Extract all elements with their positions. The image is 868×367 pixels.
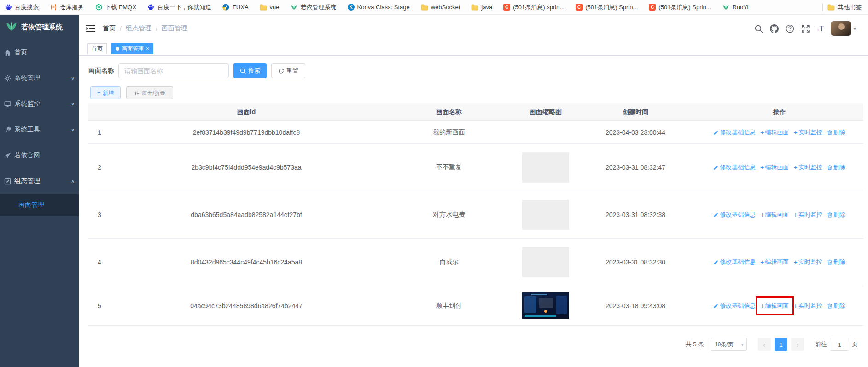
page-content: 画面名称 搜索 重置: [79, 56, 868, 367]
bookmark-baidu-search[interactable]: 百度搜索: [5, 3, 39, 11]
bookmark-ruoyi[interactable]: RuoYi: [722, 4, 748, 11]
table-row: 5 04ac94c73b24485898d6a826f74b2447 顺丰到付 …: [88, 286, 863, 326]
avatar[interactable]: [831, 21, 851, 36]
trash-icon: [827, 212, 833, 218]
realtime-monitor-link[interactable]: +实时监控: [794, 211, 822, 219]
row-actions: 修改基础信息 +编辑画面 +实时监控 删除: [695, 128, 863, 137]
page-1-button[interactable]: 1: [775, 338, 787, 351]
ruoyi-leaf-icon: [291, 4, 298, 11]
ruoyi-leaf-icon: [722, 4, 729, 11]
bookmark-vue[interactable]: vue: [260, 4, 280, 11]
edit-screen-link[interactable]: +编辑画面: [760, 163, 789, 172]
edit-info-link[interactable]: 修改基础信息: [713, 211, 756, 219]
sidebar-item-ruoyi-website[interactable]: 若依官网: [0, 143, 79, 168]
realtime-monitor-link[interactable]: +实时监控: [794, 258, 822, 266]
screen-thumbnail-image[interactable]: [522, 292, 569, 319]
bookmark-csdn-3[interactable]: C (501条消息) Sprin...: [649, 3, 711, 11]
sidebar-item-system-management[interactable]: 系统管理 ∨: [0, 65, 79, 91]
bookmark-csdn-2[interactable]: C (501条消息) Sprin...: [576, 3, 638, 11]
header-thumbnail: 画面缩略图: [516, 108, 576, 116]
user-menu[interactable]: ▾: [831, 21, 856, 36]
expand-collapse-button[interactable]: 展开/折叠: [126, 86, 173, 99]
sort-arrows-icon: [134, 90, 140, 96]
delete-link[interactable]: 删除: [827, 163, 845, 172]
screen-name-cell: 顺丰到付: [382, 302, 516, 310]
screen: 百度搜索 仓库服务 下载 EMQX 百度一下，你就知道 FUXA vue: [0, 0, 868, 367]
bookmark-konva[interactable]: K Konva Class: Stage: [348, 4, 410, 11]
thumbnail-cell: [516, 292, 576, 319]
trash-icon: [827, 130, 833, 135]
page-size-select[interactable]: 10条/页 ▾: [711, 338, 747, 351]
tab-screen-management[interactable]: 画面管理 ×: [111, 43, 153, 54]
table-header-row: 画面Id 画面名称 画面缩略图 创建时间 操作: [88, 103, 863, 121]
sidebar-subitem-screen-management[interactable]: 画面管理: [0, 194, 79, 216]
pencil-icon: [713, 303, 719, 309]
header-screen-name: 画面名称: [382, 108, 516, 116]
emqx-hexagon-icon: [95, 4, 102, 11]
pencil-icon: [713, 212, 719, 218]
next-page-button[interactable]: ›: [791, 338, 804, 351]
reset-button[interactable]: 重置: [271, 63, 305, 78]
screen-name-input[interactable]: [118, 63, 229, 78]
bookmark-emqx[interactable]: 下载 EMQX: [95, 3, 136, 11]
tab-home[interactable]: 首页: [87, 43, 107, 54]
goto-page-input[interactable]: [830, 338, 849, 351]
edit-info-link[interactable]: 修改基础信息: [713, 128, 756, 137]
sidebar-collapse-icon[interactable]: [86, 24, 95, 33]
delete-link[interactable]: 删除: [827, 258, 845, 266]
trash-icon: [827, 303, 833, 309]
edit-screen-link[interactable]: +编辑画面: [760, 258, 789, 266]
edit-info-link[interactable]: 修改基础信息: [713, 302, 756, 310]
realtime-monitor-link[interactable]: +实时监控: [794, 302, 822, 310]
realtime-monitor-link[interactable]: +实时监控: [794, 163, 822, 172]
bookmark-fuxa[interactable]: FUXA: [222, 4, 249, 11]
sidebar-item-system-tools[interactable]: 系统工具 ∨: [0, 117, 79, 143]
thumbnail-cell: [516, 247, 576, 277]
bookmark-warehouse[interactable]: 仓库服务: [50, 3, 84, 11]
screen-name-cell: 对方水电费: [382, 211, 516, 219]
row-actions: 修改基础信息 +编辑画面 +实时监控 删除: [695, 163, 863, 172]
monitor-icon: [4, 101, 11, 108]
sidebar-item-scada-management[interactable]: 组态管理 ∧: [0, 168, 79, 194]
realtime-monitor-link[interactable]: +实时监控: [794, 128, 822, 137]
row-actions: 修改基础信息 +编辑画面 +实时监控 删除: [695, 302, 863, 310]
breadcrumb-home[interactable]: 首页: [103, 24, 116, 33]
chevron-down-icon: ∨: [71, 127, 75, 132]
github-icon[interactable]: [770, 24, 779, 33]
table-row: 3 dba63b65d5a84aadb82582a144ef27bf 对方水电费…: [88, 191, 863, 239]
app-logo[interactable]: 若依管理系统: [0, 15, 79, 40]
edit-screen-link[interactable]: +编辑画面: [760, 128, 789, 137]
bookmark-java[interactable]: java: [471, 4, 492, 11]
bookmark-baidu[interactable]: 百度一下，你就知道: [147, 3, 211, 11]
font-size-icon[interactable]: тT: [817, 25, 824, 33]
delete-link[interactable]: 删除: [827, 211, 845, 219]
edit-screen-link[interactable]: +编辑画面: [760, 211, 789, 219]
prev-page-button[interactable]: ‹: [758, 338, 771, 351]
sidebar-item-system-monitor[interactable]: 系统监控 ∨: [0, 91, 79, 117]
screen-id-cell: 8d0432d965c344c49f4c45b16c24a5a8: [111, 258, 382, 266]
bookmark-websocket[interactable]: webSocket: [421, 4, 460, 11]
bookmark-ruoyi-admin[interactable]: 若依管理系统: [291, 3, 337, 11]
delete-link[interactable]: 删除: [827, 302, 845, 310]
sidebar-item-home[interactable]: 首页: [0, 40, 79, 65]
chevron-down-icon: ∨: [71, 76, 75, 80]
folder-icon: [421, 4, 428, 11]
edit-screen-link-highlighted[interactable]: +编辑画面: [760, 302, 789, 310]
other-bookmarks[interactable]: 其他书签: [827, 3, 862, 11]
top-navbar: 首页 / 组态管理 / 画面管理: [79, 15, 868, 42]
edit-info-link[interactable]: 修改基础信息: [713, 258, 756, 266]
active-tab-dot-icon: [116, 47, 119, 51]
pagination: 共 5 条 10条/页 ▾ ‹ 1 › 前往 页: [79, 338, 858, 351]
close-icon[interactable]: ×: [146, 46, 149, 52]
delete-link[interactable]: 删除: [827, 128, 845, 137]
search-button[interactable]: 搜索: [233, 63, 267, 78]
bookmark-csdn-1[interactable]: C (501条消息) sprin...: [503, 3, 565, 11]
fullscreen-icon[interactable]: [801, 24, 810, 33]
add-button[interactable]: + 新增: [90, 86, 121, 99]
search-icon[interactable]: [754, 24, 763, 33]
help-icon[interactable]: [786, 24, 794, 33]
edit-info-link[interactable]: 修改基础信息: [713, 163, 756, 172]
baidu-paw-icon: [147, 4, 155, 11]
bookmarks-divider: [822, 3, 823, 11]
header-actions: 操作: [695, 108, 863, 116]
